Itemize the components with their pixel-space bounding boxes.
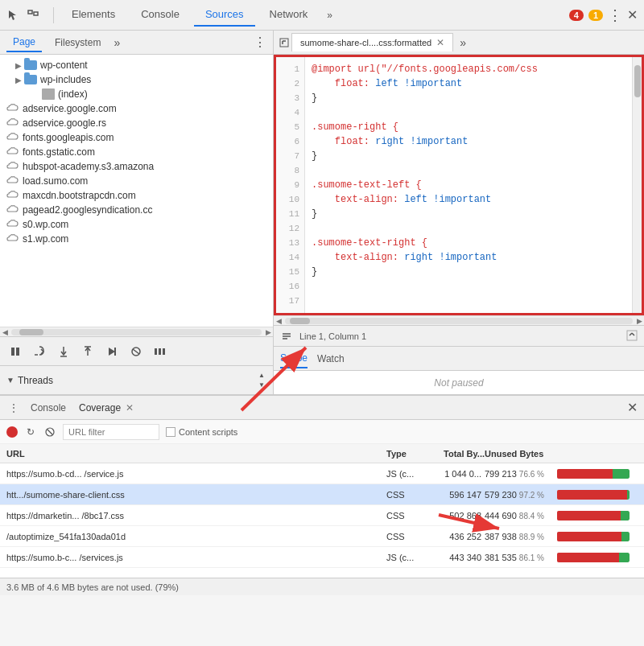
- row-unused: 579 230 97.2 %: [485, 490, 557, 500]
- list-item[interactable]: s1.wp.com: [0, 232, 273, 246]
- tab-watch[interactable]: Watch: [317, 350, 345, 368]
- scrollbar-track[interactable]: [11, 329, 262, 335]
- list-item[interactable]: s0.wp.com: [0, 217, 273, 232]
- list-item[interactable]: ▶ wp-includes: [0, 72, 273, 87]
- step-out-button[interactable]: [79, 343, 97, 360]
- threads-scroll: ▲ ▼: [257, 372, 266, 389]
- prev-file-icon[interactable]: [277, 35, 291, 50]
- pause-async-button[interactable]: [151, 343, 169, 360]
- svg-rect-2: [11, 348, 14, 356]
- list-item[interactable]: fonts.googleapis.com: [0, 130, 273, 145]
- threads-toggle-icon[interactable]: ▼: [6, 376, 14, 385]
- refresh-icon[interactable]: ↻: [24, 426, 37, 438]
- scroll-down-icon[interactable]: ▼: [257, 381, 266, 389]
- list-item[interactable]: maxcdn.bootstrapcdn.com: [0, 188, 273, 203]
- clear-icon[interactable]: [43, 426, 56, 438]
- svg-rect-1: [34, 12, 38, 15]
- close-devtools-icon[interactable]: ✕: [627, 7, 638, 23]
- format-icon[interactable]: [280, 330, 293, 343]
- row-total: 502 868: [428, 511, 485, 521]
- tab-console[interactable]: Console: [130, 3, 191, 27]
- scrollbar-thumb[interactable]: [19, 329, 43, 335]
- content-scripts-checkbox[interactable]: Content scripts: [166, 427, 237, 437]
- tab-page[interactable]: Page: [6, 33, 42, 52]
- tree-item-label: pagead2.googlesyndication.cc: [23, 204, 152, 216]
- more-tabs-icon[interactable]: »: [322, 6, 337, 24]
- list-item[interactable]: (index): [0, 87, 273, 101]
- pause-button[interactable]: [6, 343, 24, 360]
- table-row[interactable]: /autoptimize_541fa130ada01d CSS 436 252 …: [0, 526, 644, 547]
- url-filter-input[interactable]: [63, 424, 159, 440]
- close-tab-icon[interactable]: ✕: [436, 37, 444, 48]
- horizontal-scrollbar[interactable]: ◀ ▶: [0, 327, 273, 336]
- close-coverage-icon[interactable]: ✕: [126, 402, 134, 414]
- tree-item-label: load.sumo.com: [23, 175, 88, 187]
- threads-panel: ▼ Threads ▲ ▼: [0, 365, 273, 394]
- list-item[interactable]: ▶ wp-content: [0, 58, 273, 72]
- line-number: 16: [276, 279, 304, 294]
- table-row[interactable]: https://sumo.b-cd... /service.js JS (c..…: [0, 463, 644, 484]
- tab-scope[interactable]: Scope: [280, 349, 308, 368]
- line-number: 11: [276, 207, 304, 221]
- more-panel-tabs-icon[interactable]: »: [114, 36, 120, 49]
- checkbox-icon[interactable]: [166, 427, 175, 437]
- code-line: [312, 294, 625, 308]
- bottom-options-icon[interactable]: ⋮: [6, 401, 21, 415]
- table-row[interactable]: https://sumo.b-c... /services.js JS (c..…: [0, 547, 644, 568]
- cloud-icon: [6, 117, 19, 129]
- scroll-left-icon[interactable]: ◀: [0, 327, 10, 337]
- continue-button[interactable]: [103, 343, 121, 360]
- scrollbar-thumb[interactable]: [290, 318, 310, 324]
- tab-console[interactable]: Console: [27, 399, 69, 417]
- scroll-left-icon[interactable]: ◀: [274, 316, 283, 326]
- panel-options-icon[interactable]: ⋮: [254, 35, 266, 50]
- row-total: 443 340: [428, 553, 485, 562]
- list-item[interactable]: fonts.gstatic.com: [0, 145, 273, 159]
- editor-tab[interactable]: sumome-share-cl....css:formatted ✕: [291, 33, 453, 51]
- editor-horizontal-scrollbar[interactable]: ◀ ▶: [274, 315, 644, 325]
- more-options-icon[interactable]: ⋮: [608, 6, 622, 24]
- record-button[interactable]: [6, 426, 18, 438]
- close-bottom-panel-icon[interactable]: ✕: [627, 400, 638, 415]
- tab-sources[interactable]: Sources: [194, 3, 255, 27]
- scroll-up-icon[interactable]: ▲: [257, 372, 266, 380]
- scrollbar-thumb[interactable]: [634, 65, 641, 97]
- line-number: 14: [276, 250, 304, 265]
- tree-item-label: fonts.googleapis.com: [23, 132, 114, 143]
- scrollbar-track[interactable]: [285, 318, 633, 324]
- vertical-scrollbar[interactable]: [632, 57, 642, 313]
- step-over-button[interactable]: [31, 343, 48, 360]
- more-editor-tabs-icon[interactable]: »: [453, 33, 473, 52]
- code-line: .sumome-text-left {: [312, 178, 625, 192]
- list-item[interactable]: adservice.google.com: [0, 101, 273, 116]
- warn-badge[interactable]: 1: [588, 10, 603, 21]
- cloud-icon: [6, 132, 19, 143]
- file-tree: ▶ wp-content ▶ wp-includes (index): [0, 55, 273, 327]
- list-item[interactable]: load.sumo.com: [0, 174, 273, 188]
- list-item[interactable]: adservice.google.rs: [0, 116, 273, 130]
- scroll-right-icon[interactable]: ▶: [634, 316, 644, 326]
- editor-scroll-up[interactable]: [626, 330, 638, 343]
- code-content[interactable]: @import url("//fonts.googleapis.com/css …: [305, 57, 632, 313]
- table-row[interactable]: https://dmarketin... /8bc17.css CSS 502 …: [0, 505, 644, 526]
- table-row[interactable]: htt.../sumome-share-client.css CSS 596 1…: [0, 484, 644, 505]
- tab-filesystem[interactable]: Filesystem: [48, 34, 107, 51]
- tree-item-label: wp-content: [40, 60, 88, 71]
- row-bar: [557, 511, 638, 521]
- list-item[interactable]: hubspot-academy.s3.amazona: [0, 159, 273, 174]
- list-item[interactable]: pagead2.googlesyndication.cc: [0, 203, 273, 217]
- tab-elements[interactable]: Elements: [60, 3, 126, 27]
- step-into-button[interactable]: [55, 343, 72, 360]
- row-url: https://dmarketin... /8bc17.css: [6, 511, 386, 521]
- row-bar: [557, 553, 638, 562]
- box-icon[interactable]: [26, 8, 40, 23]
- cursor-icon[interactable]: [6, 8, 21, 23]
- code-line: }: [312, 149, 625, 163]
- panel-tabs: Page Filesystem » ⋮: [0, 31, 273, 55]
- tab-coverage[interactable]: Coverage: [76, 399, 124, 417]
- tab-network[interactable]: Network: [258, 3, 320, 27]
- cloud-icon: [6, 233, 19, 245]
- error-badge[interactable]: 4: [569, 10, 584, 21]
- scroll-right-icon[interactable]: ▶: [263, 327, 273, 337]
- deactivate-breakpoints-icon[interactable]: [127, 343, 145, 360]
